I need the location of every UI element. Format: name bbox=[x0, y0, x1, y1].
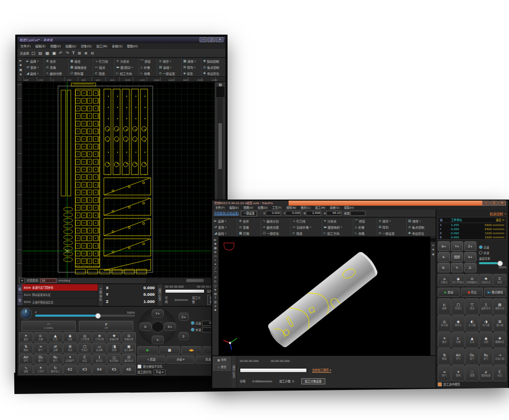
ribbon-item[interactable]: ⊏ 微连 bbox=[93, 70, 114, 76]
menu-item[interactable]: 绘图(D) bbox=[258, 206, 268, 210]
view-option-icon[interactable]: ✚ bbox=[432, 248, 434, 251]
field-input[interactable]: 0.000 bbox=[266, 211, 281, 216]
power-knob[interactable] bbox=[20, 307, 32, 320]
ribbon-item[interactable]: ▬ 图层映射 ▾ bbox=[322, 224, 353, 230]
step-radio[interactable]: 步进 bbox=[479, 251, 506, 255]
jog-button[interactable]: B+ bbox=[438, 241, 450, 251]
console-button[interactable]: ◻ 标记坐标 bbox=[107, 354, 121, 364]
panel-button[interactable]: N₂ 氮气 bbox=[479, 348, 493, 365]
console-button[interactable]: ✶ 激光 bbox=[19, 332, 33, 342]
console-button[interactable]: ⊏ 光闸 bbox=[34, 332, 48, 342]
ribbon-item[interactable]: ⊕ 合并 bbox=[237, 218, 261, 224]
draw-tool-icon[interactable]: ⊕ bbox=[214, 250, 216, 254]
panel-button[interactable]: ▽ 清渣 bbox=[465, 298, 478, 315]
draw-tool-icon[interactable]: ▭ bbox=[214, 254, 217, 258]
ribbon-item[interactable]: ⊞ 阵列 bbox=[377, 224, 406, 230]
ribbon-item[interactable]: ▬ 图/圆切 ▾ bbox=[114, 64, 138, 70]
alarm-tab[interactable]: 报 bbox=[17, 284, 22, 295]
panel-button[interactable]: ⊏ 光闸 bbox=[451, 332, 465, 348]
model-tab[interactable]: ▦ 零件 bbox=[213, 357, 231, 363]
jog-button[interactable]: X- bbox=[438, 252, 450, 262]
transport-button[interactable]: ◀▶ bbox=[181, 346, 202, 354]
ribbon-item[interactable]: △ 补偿 bbox=[353, 224, 377, 230]
console-button[interactable]: ✶ 工作灯 bbox=[34, 365, 48, 375]
ribbon-item[interactable]: ▭ 起点 bbox=[93, 64, 114, 70]
window-button[interactable]: — bbox=[200, 37, 207, 42]
draw-tool-icon[interactable]: ▥ bbox=[214, 300, 217, 303]
feedrate-slider[interactable] bbox=[35, 315, 135, 317]
draw-tool-icon[interactable]: ↺ bbox=[214, 275, 216, 279]
quick-icon[interactable]: ↷ bbox=[66, 51, 69, 55]
console-button[interactable]: N₂ 氮气 bbox=[48, 354, 63, 364]
panel-collapse-icon[interactable]: » bbox=[504, 212, 506, 216]
transport-button[interactable]: ▶ bbox=[137, 346, 158, 354]
ribbon-item[interactable]: ∟ 倒角 bbox=[138, 70, 157, 76]
draw-tool-icon[interactable]: ◻ bbox=[214, 284, 217, 287]
console-button[interactable]: ⊕ 工件回零 bbox=[92, 332, 106, 342]
ribbon-item[interactable]: ◎ 焦点控制 bbox=[406, 224, 436, 230]
jog-button[interactable]: Y- bbox=[451, 263, 463, 272]
panel-button[interactable]: ⇅ 随动 bbox=[438, 348, 451, 365]
panel-button[interactable]: ▲ 红光 bbox=[465, 332, 478, 348]
draw-tool-icon[interactable]: ► bbox=[214, 238, 217, 241]
ribbon-item[interactable]: ✚ 随动控制 bbox=[201, 58, 225, 64]
ribbon-item[interactable]: △ 补偿 bbox=[138, 64, 157, 70]
console-button[interactable]: ▭ 走边框 bbox=[92, 343, 106, 353]
panel-button[interactable]: ◉ 找中心 bbox=[451, 315, 465, 331]
ribbon-item[interactable]: ✶ 冷却点 bbox=[322, 218, 353, 224]
quick-icon[interactable]: ▣ bbox=[52, 51, 56, 55]
menu-item[interactable]: 工艺(T) bbox=[272, 206, 282, 210]
console-button[interactable]: C 标定 bbox=[78, 354, 92, 364]
menu-item[interactable]: 视图(V) bbox=[243, 206, 253, 210]
ribbon-item[interactable]: ⊏ 微连 bbox=[290, 230, 321, 236]
dock-distance-input[interactable]: 10 bbox=[40, 278, 56, 283]
quick-icon[interactable]: ⊕ bbox=[84, 51, 88, 55]
draw-tool-icon[interactable]: ✚ bbox=[214, 242, 216, 245]
ribbon-item[interactable]: ▦ 解散组合 bbox=[68, 64, 93, 70]
ribbon-item[interactable]: ↘ 引刀线 bbox=[93, 58, 114, 64]
quick-icon[interactable]: ▤ bbox=[39, 51, 43, 55]
drawing-canvas[interactable] bbox=[22, 82, 214, 277]
console-button[interactable]: ⊞ 寻边 bbox=[63, 343, 77, 353]
ribbon-item[interactable]: ▷ 加工方向 bbox=[322, 230, 353, 236]
panel-button[interactable]: Air 空气 bbox=[451, 348, 465, 365]
ribbon-item[interactable]: ▦ 排样 ▾ bbox=[181, 58, 201, 64]
panel-button[interactable]: C 标定 bbox=[493, 365, 506, 381]
console-button[interactable]: ⊙ 单轴回零 bbox=[122, 332, 136, 342]
ribbon-item[interactable]: ► 选择 ▾ bbox=[212, 218, 237, 224]
jog-button[interactable]: Z- bbox=[464, 263, 476, 272]
ribbon-item[interactable]: ◎ 焦点控制 bbox=[201, 64, 225, 70]
console-button[interactable]: ↻ 循环加工 bbox=[48, 365, 63, 375]
console-button[interactable]: ⇅ 随动 bbox=[19, 343, 33, 353]
draw-tool-icon[interactable]: T bbox=[214, 296, 216, 299]
console-button[interactable]: K4 bbox=[92, 365, 106, 375]
current-figure-link[interactable]: 当前加工图形 ▾ bbox=[312, 368, 331, 373]
ribbon-item[interactable]: ☑ 一键优化 bbox=[261, 230, 290, 236]
console-button[interactable]: ⇄ 交换 bbox=[48, 343, 63, 353]
alarm-row[interactable]: E010 随动设备未标定 bbox=[22, 291, 98, 298]
draw-tool-icon[interactable]: ▦ bbox=[214, 246, 217, 249]
draw-tool-icon[interactable]: ✶ bbox=[214, 262, 216, 266]
console-button[interactable]: ◨ 仿真 bbox=[107, 343, 121, 353]
backward-button[interactable]: « 后退 bbox=[137, 355, 165, 363]
panel-button[interactable]: ⊏ 吸附 bbox=[438, 298, 451, 315]
ribbon-item[interactable]: ⊞ 阵列 ▾ bbox=[181, 64, 201, 70]
panel-button[interactable]: ≈ 吹气 bbox=[438, 365, 451, 381]
count-settings-button[interactable]: 加工计数设置 bbox=[301, 378, 325, 384]
transport-button[interactable]: ▶ 启动 bbox=[438, 288, 460, 297]
ribbon-item[interactable]: ✶ 冷却点 bbox=[114, 58, 138, 64]
ribbon-item[interactable]: ∿ 曲线分割 bbox=[261, 218, 290, 224]
console-button[interactable]: K3 bbox=[78, 365, 92, 375]
panel-button[interactable]: ◌ 润滑 bbox=[465, 365, 478, 381]
ribbon-item[interactable]: ▷ 加工方向 bbox=[114, 70, 138, 76]
menu-item[interactable]: 绘图(D) bbox=[65, 44, 76, 48]
jog-dropdown-button[interactable]: 点动 ▾ bbox=[166, 355, 194, 363]
ribbon-item[interactable]: ≈ 曲线光顺 bbox=[261, 224, 290, 230]
console-button[interactable]: ✶ 点动吹气 bbox=[63, 354, 77, 364]
ribbon-item[interactable]: ✚ 寻边定位 bbox=[406, 230, 436, 236]
ribbon-item[interactable]: ► 选择 ▾ bbox=[24, 58, 44, 64]
ribbon-item[interactable]: ▭ 割缝补偿 ▾ bbox=[290, 224, 321, 230]
ribbon-item[interactable]: ⊙ 一键设置 bbox=[377, 230, 406, 236]
draw-tool-icon[interactable]: ╱ bbox=[214, 266, 216, 270]
ribbon-item[interactable]: ▤ 编组 ▾ bbox=[157, 64, 181, 70]
